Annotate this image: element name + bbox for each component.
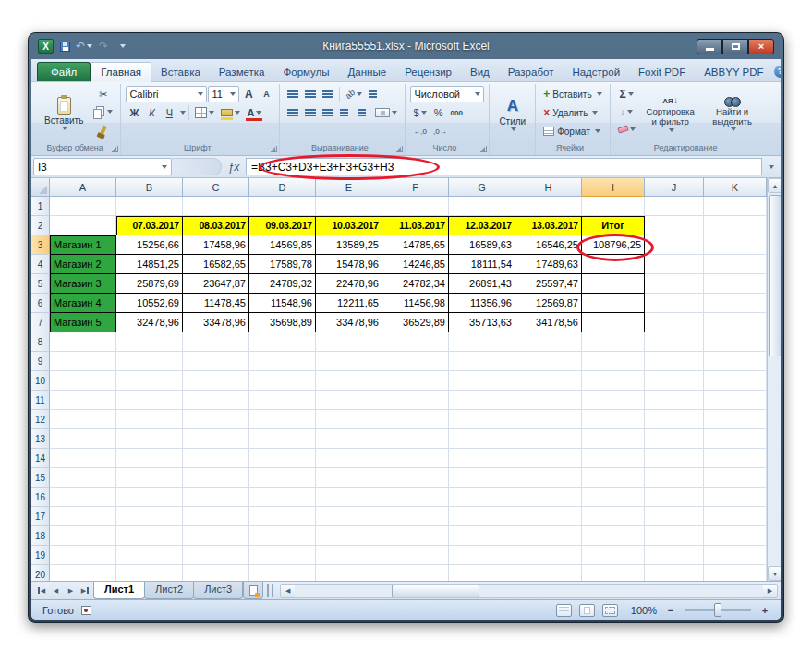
cell-H12[interactable] (515, 410, 582, 429)
cell-A5[interactable]: Магазин 3 (50, 274, 116, 294)
cell-G11[interactable] (449, 391, 515, 410)
cell-I5[interactable] (582, 274, 645, 294)
cell-H8[interactable] (515, 332, 582, 352)
italic-button[interactable]: К (143, 104, 160, 121)
cell-I1[interactable] (582, 197, 645, 216)
cut-button[interactable]: ✂ (91, 86, 115, 102)
ribbon-tab-Разметка[interactable]: Разметка (210, 63, 274, 81)
align-middle-button[interactable] (302, 86, 319, 102)
cell-A1[interactable] (50, 197, 116, 216)
cell-B14[interactable] (116, 449, 183, 468)
row-header-7[interactable]: 7 (31, 313, 50, 332)
cell-J7[interactable] (645, 313, 704, 332)
cell-B13[interactable] (116, 429, 183, 449)
cell-E5[interactable]: 22478,96 (316, 274, 382, 294)
cell-C6[interactable]: 11478,45 (183, 294, 249, 313)
cell-D14[interactable] (249, 449, 316, 468)
cell-F19[interactable] (382, 546, 449, 565)
cell-H17[interactable] (515, 507, 582, 526)
align-center-button[interactable] (302, 104, 319, 121)
row-header-4[interactable]: 4 (31, 255, 50, 274)
cell-A16[interactable] (50, 488, 116, 507)
cell-G7[interactable]: 35713,63 (449, 313, 515, 332)
column-header-F[interactable]: F (382, 178, 449, 197)
cell-F17[interactable] (382, 507, 449, 526)
cell-A18[interactable] (50, 526, 116, 546)
cell-F15[interactable] (382, 468, 449, 488)
scroll-up-arrow[interactable]: ▲ (768, 178, 781, 193)
cell-A14[interactable] (50, 449, 116, 468)
cell-F14[interactable] (382, 449, 449, 468)
cell-H5[interactable]: 25597,47 (515, 274, 582, 294)
cell-E20[interactable] (316, 565, 382, 581)
cell-H9[interactable] (515, 352, 582, 371)
column-header-H[interactable]: H (515, 178, 582, 197)
cell-F3[interactable]: 14785,65 (382, 235, 449, 255)
percent-style-button[interactable]: % (430, 104, 447, 121)
insert-worksheet-tab[interactable] (243, 582, 263, 599)
ribbon-tab-Данные[interactable]: Данные (339, 63, 396, 81)
cell-C3[interactable]: 17458,96 (183, 235, 249, 255)
cell-C20[interactable] (183, 565, 249, 581)
cell-G5[interactable]: 26891,43 (449, 274, 515, 294)
cell-I13[interactable] (582, 429, 645, 449)
ribbon-tab-Foxit PDF[interactable]: Foxit PDF (629, 63, 695, 81)
cell-D9[interactable] (249, 352, 316, 371)
cell-C1[interactable] (183, 197, 249, 216)
cell-D5[interactable]: 24789,32 (249, 274, 316, 294)
cell-D12[interactable] (249, 410, 316, 429)
cell-F16[interactable] (382, 488, 449, 507)
file-tab[interactable]: Файл (37, 62, 91, 81)
cell-F8[interactable] (382, 332, 449, 352)
cell-C17[interactable] (183, 507, 249, 526)
cell-K17[interactable] (704, 507, 767, 526)
increase-decimal-button[interactable]: ←,0 (410, 123, 430, 139)
cell-J5[interactable] (645, 274, 704, 294)
font-name-combo[interactable]: Calibri (126, 86, 207, 102)
cell-I15[interactable] (582, 468, 645, 488)
redo-button[interactable]: ↷ (96, 39, 111, 54)
cell-I3[interactable]: 108796,25 (582, 235, 645, 255)
cell-E12[interactable] (316, 410, 382, 429)
comma-style-button[interactable]: 000 (448, 104, 466, 121)
cell-I19[interactable] (582, 546, 645, 565)
save-button[interactable] (57, 39, 72, 54)
cell-C5[interactable]: 23647,87 (183, 274, 249, 294)
cell-K9[interactable] (704, 352, 767, 371)
cell-E10[interactable] (316, 371, 382, 391)
cell-H4[interactable]: 17489,63 (515, 255, 582, 274)
find-select-button[interactable]: Найти и выделить (703, 86, 762, 141)
cell-K14[interactable] (704, 449, 767, 468)
cell-A3[interactable]: Магазин 1 (50, 235, 116, 255)
cell-B3[interactable]: 15256,66 (116, 235, 183, 255)
cell-D8[interactable] (249, 332, 316, 352)
cell-G2[interactable]: 12.03.2017 (449, 216, 515, 235)
cell-C2[interactable]: 08.03.2017 (183, 216, 249, 235)
cell-J2[interactable] (645, 216, 704, 235)
cell-B9[interactable] (116, 352, 183, 371)
cell-E15[interactable] (316, 468, 382, 488)
horizontal-scrollbar[interactable]: ◀ ▶ (280, 584, 778, 598)
cell-B20[interactable] (116, 565, 183, 581)
cell-B16[interactable] (116, 488, 183, 507)
cell-I12[interactable] (582, 410, 645, 429)
cell-K15[interactable] (704, 468, 767, 488)
cell-I17[interactable] (582, 507, 645, 526)
cell-B1[interactable] (116, 197, 183, 216)
sort-filter-button[interactable]: АЯ↓ Сортировка и фильтр (641, 86, 700, 141)
cell-C9[interactable] (183, 352, 249, 371)
cell-E9[interactable] (316, 352, 382, 371)
cell-F20[interactable] (382, 565, 449, 581)
fill-button[interactable]: ↓ (615, 103, 638, 120)
row-header-9[interactable]: 9 (31, 352, 50, 371)
column-header-D[interactable]: D (249, 178, 316, 197)
formula-input[interactable]: =B3+C3+D3+E3+F3+G3+H3 (246, 158, 762, 175)
orientation-button[interactable]: ab (343, 86, 365, 102)
font-size-combo[interactable]: 11 (208, 86, 239, 102)
cell-A20[interactable] (50, 565, 116, 581)
clear-button[interactable] (615, 121, 638, 138)
zoom-out-button[interactable]: − (664, 605, 677, 616)
row-header-12[interactable]: 12 (31, 410, 50, 429)
cell-E14[interactable] (316, 449, 382, 468)
increase-indent-button[interactable] (355, 104, 371, 121)
